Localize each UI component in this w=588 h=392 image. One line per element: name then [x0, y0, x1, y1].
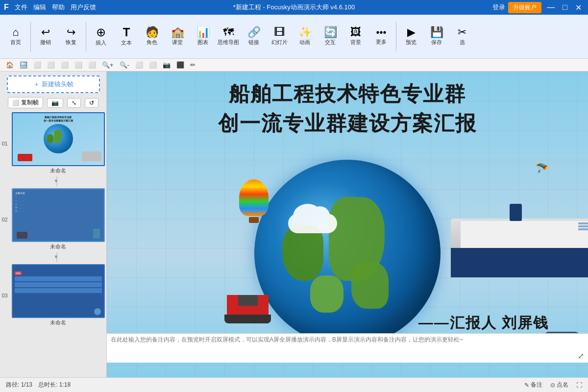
slideshow-icon: 🎞: [274, 27, 285, 38]
notes-icon: ✎: [524, 382, 529, 389]
tool-link[interactable]: 🔗 链接: [241, 17, 267, 56]
notes-btn[interactable]: ✎ 备注: [524, 381, 542, 389]
copy-frame-button[interactable]: ⬜ 复制帧: [8, 97, 43, 108]
home-nav-btn[interactable]: 🏠: [4, 61, 16, 69]
zoom-in-btn[interactable]: 🔍+: [100, 61, 116, 69]
close-button[interactable]: ✕: [573, 3, 584, 12]
tool-character[interactable]: 🧑 角色: [139, 17, 165, 56]
camera-btn[interactable]: 📷: [161, 61, 172, 69]
menu-feedback[interactable]: 用户反馈: [71, 3, 96, 12]
slide-num-1: 01: [2, 141, 8, 147]
canvas-title2[interactable]: 创一流专业群建设方案汇报: [107, 110, 588, 137]
rotate-icon: ↺: [89, 99, 94, 106]
menu-edit[interactable]: 编辑: [33, 3, 46, 12]
animation-icon: ✨: [298, 27, 312, 38]
tool-home[interactable]: ⌂ 首页: [3, 17, 28, 56]
tool-undo-label: 撤销: [40, 39, 51, 46]
points-icon: ⊙: [550, 382, 555, 389]
edit-btn[interactable]: ✏: [188, 61, 197, 69]
globe-object[interactable]: [254, 160, 441, 346]
tool-slideshow[interactable]: 🎞 幻灯片: [267, 17, 292, 56]
canvas-title1[interactable]: 船舶工程技术特色专业群: [107, 80, 588, 108]
tool-insert[interactable]: ⊕ 插入: [88, 17, 114, 56]
tool-save[interactable]: 💾 保存: [424, 17, 449, 56]
fullscreen-btn[interactable]: ⛶: [576, 382, 582, 389]
login-button[interactable]: 登录: [492, 3, 505, 12]
tool-text[interactable]: T 文本: [114, 17, 139, 56]
tool-select-label: 选: [460, 39, 465, 46]
background-icon: 🖼: [350, 27, 361, 38]
select-icon: ✂: [458, 27, 466, 38]
tool-interaction-label: 交互: [325, 39, 336, 46]
slide-panel: ＋ 新建镜头帧 ⬜ 复制帧 📷 ⤡ ↺ 01 船: [0, 72, 107, 377]
tool-interaction[interactable]: 🔄 交互: [318, 17, 343, 56]
tool-text-label: 文本: [121, 39, 132, 47]
slide-item-3[interactable]: 03 标题 未命名: [12, 264, 105, 326]
parachute-object[interactable]: 🪂: [536, 162, 549, 175]
notes-input[interactable]: [111, 336, 569, 359]
tool-link-label: 链接: [248, 39, 259, 46]
land-3: [310, 275, 343, 313]
titlebar: F 文件 编辑 帮助 用户反馈 *新建工程 - Focusky动画演示大师 v4…: [0, 0, 588, 15]
upgrade-button[interactable]: 升级账户: [508, 2, 541, 13]
frame-btn2[interactable]: ⬜: [45, 61, 57, 69]
chart-icon: 📊: [196, 27, 210, 38]
frame-btn5[interactable]: ⬜: [86, 61, 98, 69]
tool-insert-label: 插入: [96, 39, 106, 47]
tool-preview[interactable]: ▶ 预览: [398, 17, 424, 56]
screenshot-button[interactable]: 📷: [47, 98, 63, 108]
slide-name-1: 未命名: [12, 167, 105, 174]
fit-button[interactable]: ⤡: [67, 98, 81, 108]
frame-btn1[interactable]: ⬜: [31, 61, 43, 69]
tool-more[interactable]: ••• 更多: [368, 17, 394, 56]
rotate-button[interactable]: ↺: [85, 98, 98, 108]
back-btn[interactable]: 🔙: [18, 61, 29, 69]
slide-item-1[interactable]: 01 船舶工程技术特色专业群创一流专业群建设方案汇报 未命名: [12, 112, 105, 174]
tool-animation[interactable]: ✨ 动画: [292, 17, 318, 56]
minimize-button[interactable]: —: [544, 3, 557, 12]
app-logo[interactable]: F: [4, 3, 9, 12]
balloon-object[interactable]: [239, 179, 269, 223]
tool-chart-label: 图表: [197, 39, 208, 46]
screenshot-icon: 📷: [51, 99, 59, 106]
maximize-button[interactable]: □: [560, 3, 570, 12]
canvas-subtitle[interactable]: ——汇报人 刘屏钱: [418, 313, 549, 333]
tool-save-label: 保存: [431, 39, 442, 46]
tool-chart[interactable]: 📊 图表: [190, 17, 216, 56]
notes-expand-button[interactable]: ⤢: [578, 351, 584, 361]
ferry-object[interactable]: [227, 295, 271, 323]
insert-icon: ⊕: [96, 26, 106, 38]
separator2: [86, 22, 86, 51]
tool-slideshow-label: 幻灯片: [271, 39, 288, 46]
tool-background[interactable]: 🖼 背景: [343, 17, 368, 56]
zoom-out-btn[interactable]: 🔍-: [118, 61, 131, 69]
tool-home-label: 首页: [10, 39, 21, 46]
slide-item-2[interactable]: 02 主要内容 一、…二、…三、…四、…五、… ……………: [12, 188, 105, 250]
add-frame-button[interactable]: ＋ 新建镜头帧: [7, 75, 100, 93]
tool-undo[interactable]: ↩ 撤销: [33, 17, 58, 56]
points-btn[interactable]: ⊙ 点名: [550, 381, 568, 389]
menu-file[interactable]: 文件: [15, 3, 27, 12]
canvas-area[interactable]: 船舶工程技术特色专业群 创一流专业群建设方案汇报: [107, 72, 588, 377]
align-btn2[interactable]: ⬜: [147, 61, 159, 69]
tool-mindmap-label: 思维导图: [218, 39, 239, 46]
separator: [30, 22, 31, 51]
duration-label: 总时长: 1:18: [38, 381, 71, 389]
tool-select[interactable]: ✂ 选: [449, 17, 475, 56]
add-frame-label: 新建镜头帧: [42, 80, 74, 89]
menu-help[interactable]: 帮助: [52, 3, 65, 12]
copy-frame-label: 复制帧: [21, 98, 39, 107]
expand-btn[interactable]: ⬛: [174, 61, 186, 69]
frame-btn4[interactable]: ⬜: [73, 61, 84, 69]
tool-mindmap[interactable]: 🗺 思维导图: [216, 17, 241, 56]
tool-classroom[interactable]: 🏫 课堂: [165, 17, 190, 56]
frame-btn3[interactable]: ⬜: [59, 61, 71, 69]
statusbar: 路径: 1/13 总时长: 1:18 ✎ 备注 ⊙ 点名 ⛶: [0, 377, 588, 392]
tool-redo-label: 恢复: [66, 39, 76, 46]
canvas-background: 船舶工程技术特色专业群 创一流专业群建设方案汇报: [107, 72, 588, 377]
copy-icon: ⬜: [12, 99, 20, 106]
align-btn1[interactable]: ⬜: [133, 61, 145, 69]
main-toolbar: ⌂ 首页 ↩ 撤销 ↪ 恢复 ⊕ 插入 T 文本 🧑 角色 🏫 课堂 📊 图表 …: [0, 15, 588, 59]
tool-redo[interactable]: ↪ 恢复: [58, 17, 84, 56]
cruise-ship-object[interactable]: [451, 219, 588, 277]
